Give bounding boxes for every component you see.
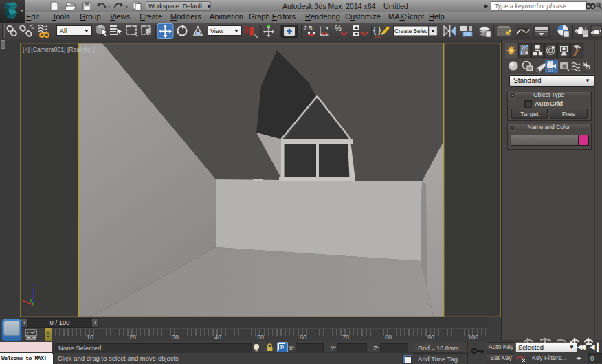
svg-text:View: View bbox=[210, 27, 224, 34]
svg-text:All: All bbox=[60, 27, 67, 34]
svg-text:901: 901 bbox=[548, 69, 554, 73]
svg-text:Create Selection Se: Create Selection Se bbox=[394, 27, 446, 34]
svg-text:2.5: 2.5 bbox=[304, 25, 313, 32]
svg-text:ABC: ABC bbox=[375, 35, 383, 39]
svg-text:z: z bbox=[32, 282, 34, 288]
svg-text:[+] [Camera001] [Realistic ]: [+] [Camera001] [Realistic ] bbox=[23, 46, 95, 53]
svg-text:%: % bbox=[335, 24, 342, 32]
svg-text:{ }: { } bbox=[373, 25, 381, 35]
